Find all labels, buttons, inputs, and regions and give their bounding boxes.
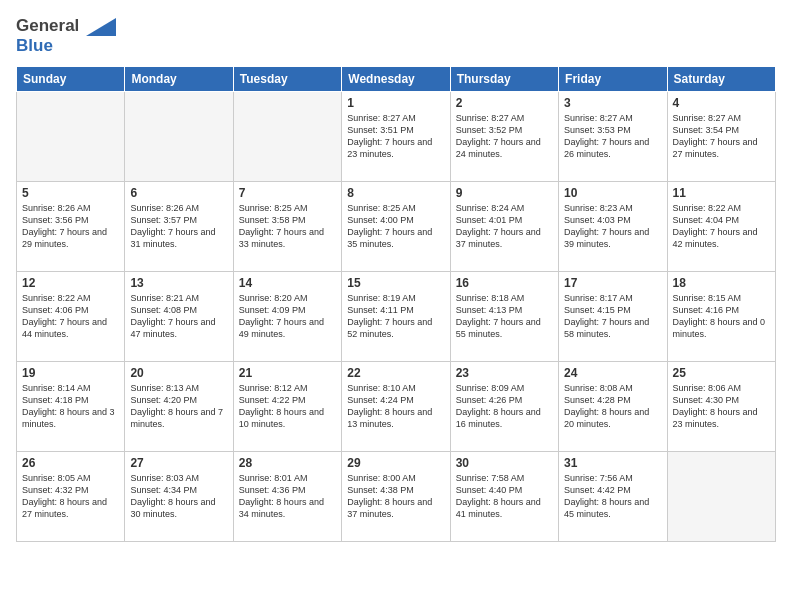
day-header-saturday: Saturday [667, 67, 775, 92]
calendar-cell [125, 92, 233, 182]
calendar-cell: 4 Sunrise: 8:27 AMSunset: 3:54 PMDayligh… [667, 92, 775, 182]
cell-date: 26 [22, 456, 119, 470]
day-header-thursday: Thursday [450, 67, 558, 92]
cell-info: Sunrise: 8:25 AMSunset: 3:58 PMDaylight:… [239, 202, 336, 251]
calendar-cell: 3 Sunrise: 8:27 AMSunset: 3:53 PMDayligh… [559, 92, 667, 182]
calendar-cell [667, 452, 775, 542]
cell-date: 10 [564, 186, 661, 200]
cell-date: 17 [564, 276, 661, 290]
cell-info: Sunrise: 8:24 AMSunset: 4:01 PMDaylight:… [456, 202, 553, 251]
cell-date: 22 [347, 366, 444, 380]
calendar-cell: 7 Sunrise: 8:25 AMSunset: 3:58 PMDayligh… [233, 182, 341, 272]
day-header-wednesday: Wednesday [342, 67, 450, 92]
cell-date: 19 [22, 366, 119, 380]
calendar-cell: 30 Sunrise: 7:58 AMSunset: 4:40 PMDaylig… [450, 452, 558, 542]
logo-general: General [16, 16, 79, 35]
cell-date: 25 [673, 366, 770, 380]
cell-date: 15 [347, 276, 444, 290]
calendar-cell: 31 Sunrise: 7:56 AMSunset: 4:42 PMDaylig… [559, 452, 667, 542]
day-header-row: SundayMondayTuesdayWednesdayThursdayFrid… [17, 67, 776, 92]
calendar-cell: 26 Sunrise: 8:05 AMSunset: 4:32 PMDaylig… [17, 452, 125, 542]
cell-info: Sunrise: 8:08 AMSunset: 4:28 PMDaylight:… [564, 382, 661, 431]
calendar-cell: 13 Sunrise: 8:21 AMSunset: 4:08 PMDaylig… [125, 272, 233, 362]
cell-info: Sunrise: 8:13 AMSunset: 4:20 PMDaylight:… [130, 382, 227, 431]
calendar-cell: 10 Sunrise: 8:23 AMSunset: 4:03 PMDaylig… [559, 182, 667, 272]
logo-blue-row: Blue [16, 36, 53, 56]
logo-text: General [16, 16, 116, 36]
calendar-cell: 27 Sunrise: 8:03 AMSunset: 4:34 PMDaylig… [125, 452, 233, 542]
calendar-cell: 11 Sunrise: 8:22 AMSunset: 4:04 PMDaylig… [667, 182, 775, 272]
calendar-cell: 21 Sunrise: 8:12 AMSunset: 4:22 PMDaylig… [233, 362, 341, 452]
calendar-cell: 18 Sunrise: 8:15 AMSunset: 4:16 PMDaylig… [667, 272, 775, 362]
cell-date: 8 [347, 186, 444, 200]
day-header-friday: Friday [559, 67, 667, 92]
cell-info: Sunrise: 8:19 AMSunset: 4:11 PMDaylight:… [347, 292, 444, 341]
header: General Blue [16, 16, 776, 56]
calendar-cell: 1 Sunrise: 8:27 AMSunset: 3:51 PMDayligh… [342, 92, 450, 182]
cell-date: 29 [347, 456, 444, 470]
calendar-cell: 9 Sunrise: 8:24 AMSunset: 4:01 PMDayligh… [450, 182, 558, 272]
cell-date: 1 [347, 96, 444, 110]
cell-info: Sunrise: 8:17 AMSunset: 4:15 PMDaylight:… [564, 292, 661, 341]
calendar-cell [233, 92, 341, 182]
calendar-cell: 29 Sunrise: 8:00 AMSunset: 4:38 PMDaylig… [342, 452, 450, 542]
cell-info: Sunrise: 8:05 AMSunset: 4:32 PMDaylight:… [22, 472, 119, 521]
calendar-cell: 24 Sunrise: 8:08 AMSunset: 4:28 PMDaylig… [559, 362, 667, 452]
logo: General Blue [16, 16, 116, 56]
logo-blue: Blue [16, 36, 53, 55]
cell-date: 21 [239, 366, 336, 380]
calendar-cell [17, 92, 125, 182]
calendar-cell: 2 Sunrise: 8:27 AMSunset: 3:52 PMDayligh… [450, 92, 558, 182]
calendar-cell: 22 Sunrise: 8:10 AMSunset: 4:24 PMDaylig… [342, 362, 450, 452]
cell-info: Sunrise: 8:03 AMSunset: 4:34 PMDaylight:… [130, 472, 227, 521]
calendar-cell: 12 Sunrise: 8:22 AMSunset: 4:06 PMDaylig… [17, 272, 125, 362]
cell-date: 4 [673, 96, 770, 110]
day-header-sunday: Sunday [17, 67, 125, 92]
calendar-cell: 5 Sunrise: 8:26 AMSunset: 3:56 PMDayligh… [17, 182, 125, 272]
cell-date: 6 [130, 186, 227, 200]
cell-date: 7 [239, 186, 336, 200]
cell-info: Sunrise: 8:14 AMSunset: 4:18 PMDaylight:… [22, 382, 119, 431]
cell-date: 2 [456, 96, 553, 110]
calendar-cell: 8 Sunrise: 8:25 AMSunset: 4:00 PMDayligh… [342, 182, 450, 272]
cell-info: Sunrise: 8:00 AMSunset: 4:38 PMDaylight:… [347, 472, 444, 521]
cell-date: 23 [456, 366, 553, 380]
cell-info: Sunrise: 8:20 AMSunset: 4:09 PMDaylight:… [239, 292, 336, 341]
cell-date: 20 [130, 366, 227, 380]
cell-info: Sunrise: 8:22 AMSunset: 4:06 PMDaylight:… [22, 292, 119, 341]
cell-info: Sunrise: 8:26 AMSunset: 3:56 PMDaylight:… [22, 202, 119, 251]
calendar-cell: 20 Sunrise: 8:13 AMSunset: 4:20 PMDaylig… [125, 362, 233, 452]
cell-info: Sunrise: 8:18 AMSunset: 4:13 PMDaylight:… [456, 292, 553, 341]
cell-info: Sunrise: 7:56 AMSunset: 4:42 PMDaylight:… [564, 472, 661, 521]
cell-date: 14 [239, 276, 336, 290]
cell-info: Sunrise: 8:22 AMSunset: 4:04 PMDaylight:… [673, 202, 770, 251]
cell-date: 31 [564, 456, 661, 470]
cell-date: 9 [456, 186, 553, 200]
cell-info: Sunrise: 8:27 AMSunset: 3:52 PMDaylight:… [456, 112, 553, 161]
cell-info: Sunrise: 8:12 AMSunset: 4:22 PMDaylight:… [239, 382, 336, 431]
cell-date: 5 [22, 186, 119, 200]
calendar-table: SundayMondayTuesdayWednesdayThursdayFrid… [16, 66, 776, 542]
cell-info: Sunrise: 7:58 AMSunset: 4:40 PMDaylight:… [456, 472, 553, 521]
calendar-cell: 25 Sunrise: 8:06 AMSunset: 4:30 PMDaylig… [667, 362, 775, 452]
day-header-tuesday: Tuesday [233, 67, 341, 92]
calendar-cell: 19 Sunrise: 8:14 AMSunset: 4:18 PMDaylig… [17, 362, 125, 452]
cell-date: 18 [673, 276, 770, 290]
cell-date: 16 [456, 276, 553, 290]
cell-info: Sunrise: 8:21 AMSunset: 4:08 PMDaylight:… [130, 292, 227, 341]
calendar-cell: 28 Sunrise: 8:01 AMSunset: 4:36 PMDaylig… [233, 452, 341, 542]
calendar-cell: 15 Sunrise: 8:19 AMSunset: 4:11 PMDaylig… [342, 272, 450, 362]
cell-info: Sunrise: 8:27 AMSunset: 3:53 PMDaylight:… [564, 112, 661, 161]
cell-date: 3 [564, 96, 661, 110]
cell-info: Sunrise: 8:15 AMSunset: 4:16 PMDaylight:… [673, 292, 770, 341]
cell-info: Sunrise: 8:10 AMSunset: 4:24 PMDaylight:… [347, 382, 444, 431]
calendar-cell: 23 Sunrise: 8:09 AMSunset: 4:26 PMDaylig… [450, 362, 558, 452]
cell-date: 12 [22, 276, 119, 290]
cell-info: Sunrise: 8:27 AMSunset: 3:54 PMDaylight:… [673, 112, 770, 161]
cell-info: Sunrise: 8:09 AMSunset: 4:26 PMDaylight:… [456, 382, 553, 431]
cell-date: 13 [130, 276, 227, 290]
logo-icon [86, 18, 116, 36]
calendar-cell: 17 Sunrise: 8:17 AMSunset: 4:15 PMDaylig… [559, 272, 667, 362]
cell-info: Sunrise: 8:26 AMSunset: 3:57 PMDaylight:… [130, 202, 227, 251]
svg-marker-0 [86, 18, 116, 36]
